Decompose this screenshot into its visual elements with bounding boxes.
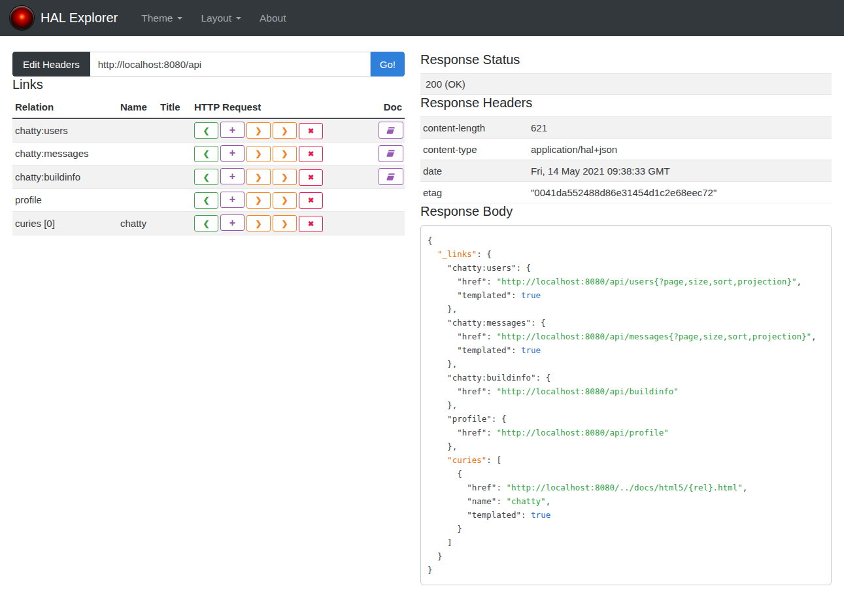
go-button[interactable]: Go! <box>371 52 405 77</box>
response-header-row: dateFri, 14 May 2021 09:38:33 GMT <box>420 160 832 182</box>
doc-book-icon <box>386 149 396 158</box>
response-header-row: etag"0041da552488d86e31454d1c2e68eec72" <box>420 182 832 203</box>
link-relation: chatty:buildinfo <box>12 165 118 189</box>
put-button[interactable]: ❯ <box>246 146 271 162</box>
nav-item-label: Theme <box>141 12 173 24</box>
doc-cell <box>376 165 405 189</box>
json-line: "templated": true <box>428 508 824 522</box>
link-title <box>158 142 192 165</box>
column-header-doc: Doc <box>376 98 405 118</box>
header-name: content-length <box>420 117 528 139</box>
link-relation: profile <box>12 188 118 212</box>
response-body-title: Response Body <box>420 203 832 219</box>
nav-item-theme[interactable]: Theme <box>132 7 192 30</box>
put-button[interactable]: ❯ <box>246 122 271 139</box>
patch-button[interactable]: ❯ <box>273 146 297 162</box>
json-line: "chatty:messages": { <box>428 316 824 330</box>
nav-item-label: Layout <box>201 12 231 24</box>
put-button[interactable]: ❯ <box>246 215 271 231</box>
json-line: }, <box>428 302 824 316</box>
navbar: HAL Explorer Theme Layout About <box>0 0 844 36</box>
link-row: curies [0]chatty❮+❯❯✖ <box>12 212 405 235</box>
response-headers-title: Response Headers <box>420 95 832 111</box>
brand-title: HAL Explorer <box>41 10 118 26</box>
put-button[interactable]: ❯ <box>246 192 271 209</box>
nav-item-about[interactable]: About <box>250 7 295 30</box>
brand[interactable]: HAL Explorer <box>10 6 118 30</box>
edit-headers-button[interactable]: Edit Headers <box>12 52 90 77</box>
get-button[interactable]: ❮ <box>194 169 218 185</box>
response-headers-table: content-length621content-typeapplication… <box>420 116 832 203</box>
get-button[interactable]: ❮ <box>194 192 218 209</box>
delete-button[interactable]: ✖ <box>299 123 323 139</box>
json-line: "profile": { <box>428 412 824 426</box>
json-line: "curies": [ <box>428 453 824 467</box>
nav-menu: Theme Layout About <box>132 7 295 30</box>
patch-button[interactable]: ❯ <box>273 122 297 139</box>
json-line: } <box>428 563 824 577</box>
caret-down-icon <box>236 17 241 20</box>
json-line: }, <box>428 439 824 453</box>
doc-button[interactable] <box>379 122 403 139</box>
delete-button[interactable]: ✖ <box>299 216 323 232</box>
json-line: "name": "chatty", <box>428 494 824 508</box>
json-line: "chatty:buildinfo": { <box>428 371 824 385</box>
response-header-row: content-length621 <box>420 117 832 139</box>
post-button[interactable]: + <box>220 214 245 231</box>
response-status-title: Response Status <box>420 52 832 67</box>
post-button[interactable]: + <box>220 192 245 208</box>
post-button[interactable]: + <box>220 145 245 162</box>
json-line: "_links": { <box>428 247 824 261</box>
doc-cell <box>376 188 405 212</box>
delete-button[interactable]: ✖ <box>299 192 323 209</box>
link-name <box>118 142 158 165</box>
json-line: "href": "http://localhost:8080/api/profi… <box>428 426 824 439</box>
nav-item-layout[interactable]: Layout <box>192 7 250 30</box>
links-section-title: Links <box>12 77 405 92</box>
patch-button[interactable]: ❯ <box>273 192 297 209</box>
get-button[interactable]: ❮ <box>194 146 218 162</box>
json-line: }, <box>428 357 824 371</box>
column-header-title: Title <box>158 98 192 118</box>
patch-button[interactable]: ❯ <box>273 169 297 185</box>
links-table: Relation Name Title HTTP Request Doc cha… <box>12 98 405 235</box>
doc-button[interactable] <box>379 145 403 162</box>
link-relation: curies [0] <box>12 212 118 235</box>
doc-button[interactable] <box>379 168 403 185</box>
json-line: { <box>428 233 824 247</box>
nav-item-label: About <box>260 12 286 24</box>
doc-book-icon <box>386 173 396 181</box>
url-input[interactable] <box>90 52 371 77</box>
http-request-cell: ❮+❯❯✖ <box>192 188 376 212</box>
delete-button[interactable]: ✖ <box>299 169 323 186</box>
http-request-cell: ❮+❯❯✖ <box>192 165 376 189</box>
response-body-json: { "_links": { "chatty:users": { "href": … <box>420 225 832 585</box>
json-line: } <box>428 522 824 536</box>
get-button[interactable]: ❮ <box>194 215 218 231</box>
link-relation: chatty:users <box>12 118 118 142</box>
link-name <box>118 165 158 189</box>
json-line: "templated": true <box>428 343 824 357</box>
request-bar: Edit Headers Go! <box>12 52 405 77</box>
header-value: application/hal+json <box>528 139 832 160</box>
put-button[interactable]: ❯ <box>246 169 271 185</box>
post-button[interactable]: + <box>220 168 245 184</box>
main-content: Edit Headers Go! Links Relation Name Tit… <box>0 36 844 598</box>
header-value: 621 <box>528 117 832 139</box>
link-title <box>158 118 192 142</box>
post-button[interactable]: + <box>220 122 245 138</box>
get-button[interactable]: ❮ <box>194 122 218 139</box>
link-row: profile❮+❯❯✖ <box>12 188 405 212</box>
http-request-cell: ❮+❯❯✖ <box>192 212 376 235</box>
header-value: "0041da552488d86e31454d1c2e68eec72" <box>528 182 832 203</box>
json-line: "href": "http://localhost:8080/api/build… <box>428 385 824 398</box>
link-row: chatty:messages❮+❯❯✖ <box>12 142 405 165</box>
column-header-relation: Relation <box>12 98 118 118</box>
delete-button[interactable]: ✖ <box>299 146 323 162</box>
patch-button[interactable]: ❯ <box>273 215 297 231</box>
json-line: } <box>428 549 824 563</box>
header-value: Fri, 14 May 2021 09:38:33 GMT <box>528 160 832 182</box>
link-title <box>158 188 192 212</box>
left-panel: Edit Headers Go! Links Relation Name Tit… <box>12 52 405 585</box>
doc-cell <box>376 118 405 142</box>
